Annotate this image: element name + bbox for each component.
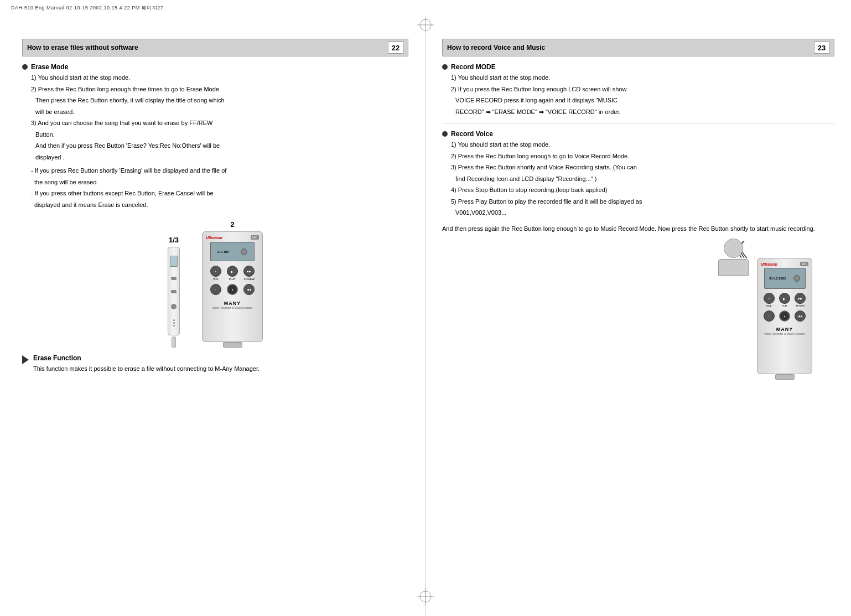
bullet-dot-2	[442, 64, 448, 70]
right-section-title: How to record Voice and Music	[447, 44, 545, 51]
btn-ff-label: FF/REW	[244, 277, 255, 281]
device-connector-right	[775, 374, 795, 380]
device-sub-right: Voice Recorder & Music Encoder	[764, 332, 805, 335]
step-3: 3) And you can choose the song that you …	[22, 118, 408, 128]
dash-item-1: - If you press Rec Button shortly 'Erasi…	[27, 166, 408, 175]
device-sub-left: Voice Recorder & Music Encoder	[212, 306, 252, 309]
stick-btn-round	[171, 304, 177, 309]
right-panel: How to record Voice and Music 23 Record …	[426, 33, 851, 616]
btn-play-label-right: PLAY	[782, 304, 787, 307]
diagram-label-1: 1/3	[169, 236, 179, 244]
stick-btn-1	[171, 277, 177, 280]
crosshair-top	[417, 17, 434, 33]
dash-item-2: - If you press other buttons except Rec …	[27, 189, 408, 198]
bullet-dot-3	[442, 131, 448, 137]
btn-area-ff-right: ▶▶ FF/REW	[794, 293, 807, 308]
step-2a: Then press the Rec Button shortly, it wi…	[22, 96, 408, 105]
erase-function-text: This function makes it possible to erase…	[33, 364, 260, 374]
stick-dot-1	[173, 319, 175, 321]
stick-dots	[173, 319, 175, 327]
btn-area-vol-up-right: + VOL	[762, 293, 775, 308]
person-shoulders	[718, 259, 749, 276]
stick-btn-2	[171, 290, 177, 293]
rv-step-5a: V001,V002,V003...	[442, 208, 834, 218]
recorder-body-left: Ultraasm MC L C R/P +	[202, 231, 263, 342]
right-section-header: How to record Voice and Music 23	[442, 39, 834, 56]
record-mode-step-2b: RECORD" ➡ "ERASE MODE" ➡ "VOICE RECORD" …	[442, 107, 834, 117]
btn-vol-label: VOL	[213, 277, 219, 281]
crosshair-bottom	[417, 588, 434, 605]
btn-vol-down-right: -	[764, 310, 775, 322]
btn-area-vol-down-right: -	[762, 310, 775, 322]
page-header: DAH-510 Eng Manual 02-10-15 2002.10.15 4…	[11, 4, 163, 12]
rv-step-3a: find Recording Icon and LCD display "Rec…	[442, 174, 834, 184]
right-illustration-area: Ultraasm MC 01-15 2002 +	[442, 239, 834, 380]
erase-function-heading: Erase Function	[33, 354, 260, 362]
left-section-number: 22	[388, 42, 403, 54]
btn-area-rec-right: ●	[778, 310, 791, 322]
step-3c: displayed .	[22, 153, 408, 162]
device-illustration: 1/3	[22, 220, 408, 348]
rv-step-3: 3) Press the Rec Button shortly and Voic…	[442, 163, 834, 172]
btn-rec: ●	[227, 284, 238, 295]
device-brand-left: Ultraasm	[206, 236, 222, 240]
device-connector-left	[223, 342, 242, 348]
device-screen-left: L C R/P	[210, 242, 255, 261]
record-mode-step-2: 2) If you press the Rec Button long enou…	[442, 85, 834, 94]
person-head	[724, 239, 743, 258]
stick-dot-3	[173, 325, 175, 327]
left-section-title: How to erase files without software	[27, 44, 138, 51]
stick-screen	[170, 256, 178, 267]
bullet-dot-1	[22, 64, 28, 70]
diagram-label-2: 2	[230, 220, 234, 229]
btn-vol-label-right: VOL	[766, 304, 772, 308]
screen-icon	[241, 249, 247, 255]
device-mic-left: MC	[251, 235, 259, 240]
recorder-body-right: Ultraasm MC 01-15 2002 +	[757, 258, 812, 374]
btn-play: ▶	[227, 266, 238, 277]
record-mode-step-2a: VOICE RECORD press it long again and It …	[442, 96, 834, 105]
right-section-number: 23	[814, 42, 829, 54]
step-2b: will be erased.	[22, 107, 408, 117]
btn-rew: ◀◀	[243, 284, 255, 295]
erase-function-section: Erase Function This function makes it po…	[22, 354, 408, 374]
record-mode-heading: Record MODE	[442, 63, 834, 71]
rv-step-2: 2) Press the Rec Button long enough to g…	[442, 152, 834, 161]
dash-item-2b: displayed and it means Erase is canceled…	[22, 200, 408, 210]
device-brand-area-left: MANY Voice Recorder & Music Encoder	[212, 301, 252, 309]
arrow-indicator	[22, 355, 29, 364]
person-silhouette	[718, 239, 749, 276]
btn-grid-left: + VOL ▶ PLAY	[209, 266, 256, 295]
main-recorder-right: Ultraasm MC 01-15 2002 +	[757, 258, 812, 380]
screen-text-right: 01-15 2002	[769, 277, 786, 280]
dash-item-1b: the song will be erased.	[22, 178, 408, 187]
device-mic-right: MC	[800, 262, 808, 266]
left-panel: How to erase files without software 22 E…	[0, 33, 426, 616]
btn-ff-label-right: FF/REW	[796, 304, 805, 307]
btn-rew-right: ◀◀	[795, 310, 806, 322]
step-2: 2) Press the Rec Button long enough thre…	[22, 85, 408, 94]
btn-vol: +	[210, 266, 221, 277]
stick-device	[168, 247, 180, 348]
step-3a: Button.	[22, 130, 408, 139]
btn-area-play-right: ▶ PLAY	[778, 293, 791, 308]
btn-play-right: ▶	[779, 293, 790, 304]
btn-play-label: PLAY	[229, 277, 236, 281]
btn-vol-up-right: +	[764, 293, 775, 304]
screen-icon-right	[793, 275, 800, 282]
record-mode-step-1: 1) You should start at the stop mode.	[442, 73, 834, 82]
btn-area-rew-right: ◀◀	[794, 310, 807, 322]
step-3b: And then if you press Rec Button 'Erase?…	[22, 141, 408, 151]
stick-connector	[172, 337, 176, 348]
device-screen-right: 01-15 2002	[764, 268, 806, 289]
record-voice-heading: Record Voice	[442, 130, 834, 138]
main-recorder-left: Ultraasm MC L C R/P +	[202, 231, 263, 348]
device-brand-area-right: MANY Voice Recorder & Music Encoder	[764, 327, 805, 335]
device-many-right: MANY	[776, 327, 793, 332]
erase-mode-heading: Erase Mode	[22, 63, 408, 71]
stick-dot-2	[173, 322, 175, 324]
btn-vol-down: -	[210, 284, 221, 295]
device-many-left: MANY	[224, 301, 241, 306]
rv-step-5: 5) Press Play Button to play the recorde…	[442, 197, 834, 206]
section-divider	[442, 123, 834, 123]
